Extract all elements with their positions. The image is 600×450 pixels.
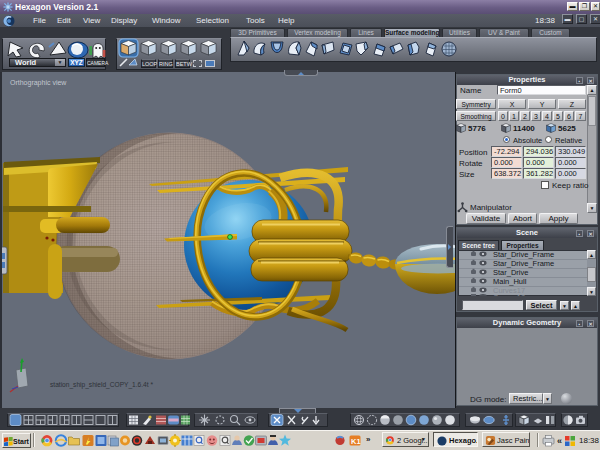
svg-text:station_ship_shield_COPY_1.6.4: station_ship_shield_COPY_1.6.4t * — [50, 381, 153, 389]
svg-text:Orthographic view: Orthographic view — [10, 79, 67, 87]
svg-text:Curves18: Curves18 — [493, 293, 525, 296]
svg-text:Star_Drive_Frame: Star_Drive_Frame — [493, 250, 554, 259]
svg-text:Star_Drive_Frame: Star_Drive_Frame — [493, 259, 554, 268]
svg-text:Main_Hull: Main_Hull — [493, 277, 527, 286]
svg-text:«: « — [557, 436, 562, 446]
svg-text:Star_Drive: Star_Drive — [493, 268, 528, 277]
svg-text:K1: K1 — [351, 437, 361, 446]
